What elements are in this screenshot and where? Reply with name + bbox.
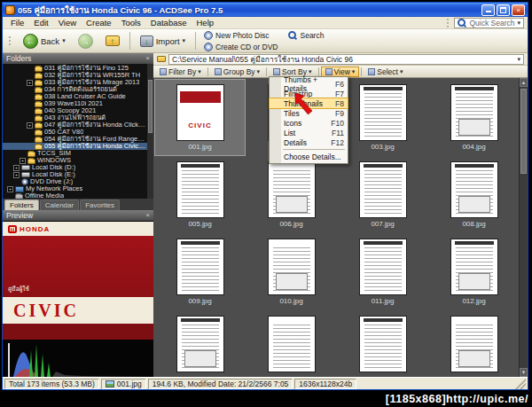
- menu-create[interactable]: Create: [82, 17, 116, 28]
- view-icon: [325, 68, 332, 75]
- tree-item-043[interactable]: 043 งานไฟฟ้ารถยนต์: [3, 114, 153, 121]
- dvd-icon: [21, 178, 28, 185]
- toolbar-grip: [9, 36, 12, 45]
- tree-item-offline-media[interactable]: Offline Media: [3, 192, 153, 199]
- thumbnail-item[interactable]: 011.jpg: [337, 233, 428, 310]
- group-by-button[interactable]: Group By▾: [210, 67, 264, 77]
- thumbnail-filename: 012.jpg: [462, 297, 485, 305]
- page-thumbnail: [269, 162, 315, 217]
- breadcrumb[interactable]: C:\Service Manual\055 คู่มือการใช้งาน Ho…: [168, 54, 524, 65]
- expander-icon[interactable]: +: [27, 80, 33, 86]
- menu-item-list[interactable]: ListF11: [270, 128, 348, 137]
- new-photo-disc-label: New Photo Disc: [215, 31, 269, 40]
- tree-item-034[interactable]: 034 การติดตั้งแอร์รถยนต์: [3, 86, 153, 93]
- resize-grip[interactable]: [515, 379, 526, 389]
- menu-item-details[interactable]: DetailsF12: [270, 137, 348, 147]
- close-button[interactable]: ×: [512, 4, 525, 16]
- quick-search-box[interactable]: Quick Search ▾: [454, 18, 524, 28]
- tree-item-scoopy[interactable]: 040 Scoopy 2021: [3, 107, 153, 114]
- thumbnail-item[interactable]: 004.jpg: [428, 79, 520, 156]
- grid-scrollbar[interactable]: ▲ ▼: [519, 78, 528, 377]
- expander-icon[interactable]: +: [13, 172, 20, 178]
- select-button[interactable]: Select▾: [364, 67, 407, 77]
- expander-icon[interactable]: +: [7, 186, 13, 192]
- expander-icon[interactable]: +: [27, 122, 33, 129]
- menu-tools[interactable]: Tools: [117, 17, 145, 28]
- page-thumbnail: [451, 85, 497, 140]
- page-thumbnail: [451, 239, 497, 294]
- tree-item-click125[interactable]: +047 คู่มือการใช้งาน Honda Click125: [3, 121, 153, 129]
- tree-item-ranger[interactable]: 054 คู่มือการใช้งาน Ford Ranger T5: [3, 136, 153, 143]
- tab-favorites[interactable]: Favorites: [80, 200, 120, 210]
- thumbnail-item[interactable]: 007.jpg: [337, 156, 428, 233]
- close-icon[interactable]: ×: [145, 54, 150, 63]
- thumbnail-item[interactable]: [337, 310, 428, 377]
- thumbnail-item[interactable]: [428, 310, 520, 377]
- tree-item-civic96-selected[interactable]: 055 คู่มือการใช้งาน Honda Civic 96: [3, 143, 153, 150]
- tree-item-tccs-sim[interactable]: TCCS_SIM: [3, 150, 153, 157]
- tree-item-dvd-drive[interactable]: DVD Drive (J:): [3, 178, 153, 185]
- tree-item-fino[interactable]: 031 คู่มือการใช้งาน Fino 125: [3, 65, 153, 72]
- menu-database[interactable]: Database: [146, 17, 192, 28]
- close-icon[interactable]: ×: [145, 211, 150, 220]
- menu-file[interactable]: File: [6, 17, 28, 28]
- tree-item-local-disk-e[interactable]: +Local Disk (E:): [3, 171, 153, 178]
- expander-icon[interactable]: +: [13, 165, 20, 171]
- thumbnail-item[interactable]: [246, 310, 337, 377]
- menu-item-icons[interactable]: IconsF10: [270, 118, 348, 128]
- thumbnail-filename: 009.jpg: [188, 297, 211, 305]
- scrollbar-thumb[interactable]: [520, 89, 527, 174]
- minimize-button[interactable]: [481, 4, 495, 16]
- forward-button[interactable]: →: [74, 32, 98, 51]
- scroll-up-icon[interactable]: ▲: [520, 78, 528, 87]
- up-button[interactable]: ↑: [101, 34, 124, 48]
- menu-edit[interactable]: Edit: [29, 17, 52, 28]
- search-button[interactable]: Search: [286, 30, 326, 41]
- menu-view[interactable]: View: [54, 17, 81, 28]
- tree-item-network[interactable]: +My Network Places: [3, 185, 153, 192]
- tree-item-mirage[interactable]: +033 คู่มือการใช้งาน Mirage 2013: [3, 79, 153, 86]
- maximize-button[interactable]: [497, 4, 510, 16]
- tree-item-wave110i[interactable]: 039 Wave110i 2021: [3, 100, 153, 107]
- back-button[interactable]: ← Back ▾: [19, 32, 70, 51]
- cover-body: คู่มือผู้ใช้: [3, 236, 153, 297]
- tree-item-wr155r[interactable]: 032 คู่มือการใช้งาน WR155R TH: [3, 72, 153, 79]
- thumbnail-item[interactable]: 010.jpg: [246, 233, 337, 310]
- scroll-down-icon[interactable]: ▼: [520, 368, 528, 377]
- tree-item-windows[interactable]: +WINDOWS: [3, 157, 153, 164]
- cover-header: H HONDA: [3, 222, 153, 236]
- new-photo-disc-button[interactable]: New Photo Disc: [201, 30, 280, 41]
- status-file: 001.jpg: [101, 379, 146, 389]
- page-thumbnail: [269, 239, 315, 294]
- panel-tabs: Folders Calendar Favorites: [3, 199, 153, 210]
- thumbnail-item[interactable]: 006.jpg: [246, 156, 337, 233]
- cover-brand: HONDA: [20, 225, 50, 233]
- filter-by-button[interactable]: Filter By▾: [155, 67, 206, 77]
- folder-icon: [35, 81, 43, 86]
- thumbnail-item[interactable]: 009.jpg: [154, 233, 246, 310]
- thumbnail-item[interactable]: 005.jpg: [154, 156, 246, 233]
- thumbnail-item[interactable]: 008.jpg: [428, 156, 520, 233]
- expander-icon[interactable]: +: [20, 158, 26, 164]
- tree-item-catv80[interactable]: 050 CAT V80: [3, 129, 153, 136]
- scrollbar-thumb[interactable]: [148, 80, 153, 133]
- create-cd-button[interactable]: Create CD or DVD: [201, 42, 280, 52]
- import-button[interactable]: ↓ Import ▾: [136, 34, 190, 49]
- menu-item-thumbs-details[interactable]: Thumbs + DetailsF6: [270, 79, 348, 89]
- thumbnail-filename: 001.jpg: [188, 143, 211, 151]
- menu-help[interactable]: Help: [192, 17, 218, 28]
- filter-icon: [160, 68, 167, 75]
- status-bar: Total 173 items (53.3 MB) 001.jpg 194.6 …: [3, 377, 528, 389]
- thumbnail-item[interactable]: CIVIC001.jpg: [154, 79, 246, 156]
- search-label: Search: [300, 31, 324, 40]
- thumbnail-item[interactable]: 003.jpg: [337, 79, 428, 156]
- tab-folders[interactable]: Folders: [4, 200, 39, 210]
- thumbnail-item[interactable]: [154, 310, 246, 377]
- tree-item-landcruiser[interactable]: 038 Land Cruiser AC Guide: [3, 93, 153, 100]
- tree-item-local-disk-d[interactable]: +Local Disk (D:): [3, 164, 153, 171]
- preview-image[interactable]: H HONDA คู่มือผู้ใช้ CIVIC: [3, 221, 153, 340]
- tab-calendar[interactable]: Calendar: [40, 200, 79, 210]
- thumbnail-item[interactable]: 012.jpg: [428, 233, 520, 310]
- menu-item-choose-details[interactable]: Choose Details...: [270, 152, 348, 161]
- tree-scrollbar[interactable]: [147, 64, 153, 199]
